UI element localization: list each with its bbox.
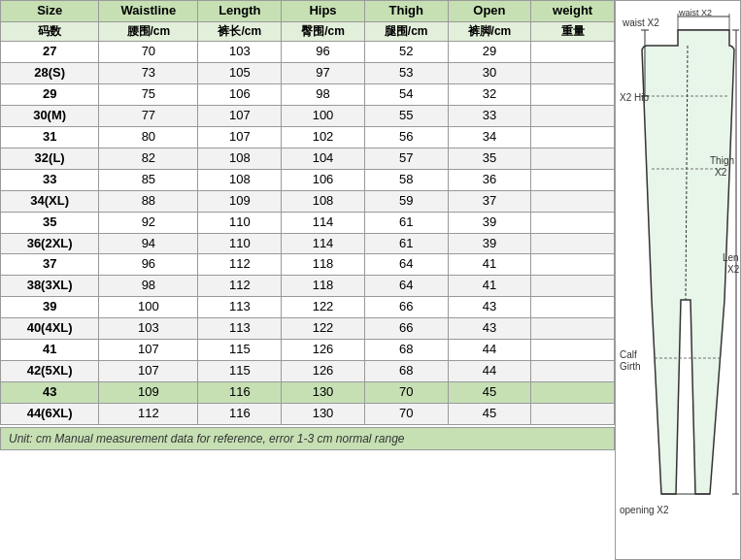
cell-weight xyxy=(531,63,615,84)
cell-hips: 122 xyxy=(282,318,365,340)
table-row: 42(5XL)1071151266844 xyxy=(1,360,615,381)
cell-length: 110 xyxy=(198,212,282,233)
col-size-en: Size xyxy=(1,1,99,22)
cell-size: 31 xyxy=(1,127,99,148)
cell-hips: 104 xyxy=(282,148,365,169)
cell-open: 39 xyxy=(448,212,531,233)
diagram-section: waist X2 X2 Hip Thigh X2 Length X2 xyxy=(615,0,741,560)
cell-weight xyxy=(531,318,615,340)
table-row: 32(L)821081045735 xyxy=(1,148,615,169)
cell-weight xyxy=(531,360,615,381)
table-row: 28(S)73105975330 xyxy=(1,63,615,84)
cell-length: 109 xyxy=(198,190,282,212)
cell-weight xyxy=(531,190,615,212)
header-row-english: Size Waistline Length Hips Thigh Open we… xyxy=(1,1,615,22)
svg-text:opening X2: opening X2 xyxy=(620,505,669,515)
cell-thigh: 52 xyxy=(364,42,448,63)
cell-open: 41 xyxy=(448,276,531,297)
cell-waist: 80 xyxy=(99,127,198,148)
cell-open: 30 xyxy=(448,63,531,84)
table-row: 35921101146139 xyxy=(1,212,615,233)
col-hips-cn: 臀围/cm xyxy=(282,21,365,42)
cell-waist: 77 xyxy=(99,106,198,127)
col-weight-cn: 重量 xyxy=(531,21,615,42)
cell-open: 41 xyxy=(448,254,531,276)
cell-size: 39 xyxy=(1,297,99,318)
cell-weight xyxy=(531,106,615,127)
cell-size: 29 xyxy=(1,84,99,106)
cell-waist: 107 xyxy=(99,360,198,381)
svg-text:Girth: Girth xyxy=(620,361,641,372)
cell-open: 36 xyxy=(448,169,531,190)
cell-weight xyxy=(531,84,615,106)
cell-open: 45 xyxy=(448,403,531,424)
cell-waist: 92 xyxy=(99,212,198,233)
svg-text:X2: X2 xyxy=(727,264,739,275)
cell-weight xyxy=(531,127,615,148)
cell-hips: 106 xyxy=(282,169,365,190)
cell-waist: 112 xyxy=(99,403,198,424)
cell-open: 37 xyxy=(448,190,531,212)
cell-length: 108 xyxy=(198,148,282,169)
cell-waist: 103 xyxy=(99,318,198,340)
cell-hips: 118 xyxy=(282,276,365,297)
col-open-cn: 裤脚/cm xyxy=(448,21,531,42)
cell-length: 113 xyxy=(198,318,282,340)
table-body: 277010396522928(S)7310597533029751069854… xyxy=(1,42,615,424)
cell-hips: 98 xyxy=(282,84,365,106)
cell-waist: 75 xyxy=(99,84,198,106)
table-section: Size Waistline Length Hips Thigh Open we… xyxy=(0,0,615,560)
table-row: 36(2XL)941101146139 xyxy=(1,233,615,254)
cell-size: 42(5XL) xyxy=(1,360,99,381)
footer-note: Unit: cm Manual measurement data for ref… xyxy=(0,427,615,450)
col-open-en: Open xyxy=(448,1,531,22)
table-row: 2975106985432 xyxy=(1,84,615,106)
cell-waist: 73 xyxy=(99,63,198,84)
cell-thigh: 68 xyxy=(364,360,448,381)
cell-waist: 100 xyxy=(99,297,198,318)
col-thigh-en: Thigh xyxy=(364,1,448,22)
cell-length: 107 xyxy=(198,127,282,148)
cell-thigh: 68 xyxy=(364,339,448,360)
cell-thigh: 66 xyxy=(364,297,448,318)
cell-size: 34(XL) xyxy=(1,190,99,212)
cell-thigh: 61 xyxy=(364,212,448,233)
table-row: 44(6XL)1121161307045 xyxy=(1,403,615,424)
svg-text:waist X2: waist X2 xyxy=(622,17,659,28)
col-waist-cn: 腰围/cm xyxy=(99,21,198,42)
cell-hips: 118 xyxy=(282,254,365,276)
header-row-chinese: 码数 腰围/cm 裤长/cm 臀围/cm 腿围/cm 裤脚/cm 重量 xyxy=(1,21,615,42)
cell-open: 44 xyxy=(448,360,531,381)
cell-length: 115 xyxy=(198,339,282,360)
cell-thigh: 61 xyxy=(364,233,448,254)
svg-text:Thigh: Thigh xyxy=(710,155,734,166)
cell-thigh: 57 xyxy=(364,148,448,169)
cell-size: 33 xyxy=(1,169,99,190)
cell-open: 39 xyxy=(448,233,531,254)
cell-open: 29 xyxy=(448,42,531,63)
cell-hips: 126 xyxy=(282,339,365,360)
cell-open: 32 xyxy=(448,84,531,106)
cell-thigh: 70 xyxy=(364,403,448,424)
table-row: 411071151266844 xyxy=(1,339,615,360)
cell-length: 112 xyxy=(198,254,282,276)
cell-thigh: 56 xyxy=(364,127,448,148)
cell-length: 110 xyxy=(198,233,282,254)
main-container: Size Waistline Length Hips Thigh Open we… xyxy=(0,0,741,560)
cell-hips: 130 xyxy=(282,381,365,403)
table-row: 40(4XL)1031131226643 xyxy=(1,318,615,340)
cell-length: 105 xyxy=(198,63,282,84)
cell-weight xyxy=(531,212,615,233)
col-length-en: Length xyxy=(198,1,282,22)
cell-weight xyxy=(531,42,615,63)
col-weight-en: weight xyxy=(531,1,615,22)
cell-weight xyxy=(531,254,615,276)
cell-waist: 109 xyxy=(99,381,198,403)
cell-thigh: 64 xyxy=(364,276,448,297)
cell-length: 103 xyxy=(198,42,282,63)
cell-size: 41 xyxy=(1,339,99,360)
cell-open: 43 xyxy=(448,318,531,340)
cell-waist: 70 xyxy=(99,42,198,63)
cell-length: 107 xyxy=(198,106,282,127)
cell-size: 37 xyxy=(1,254,99,276)
